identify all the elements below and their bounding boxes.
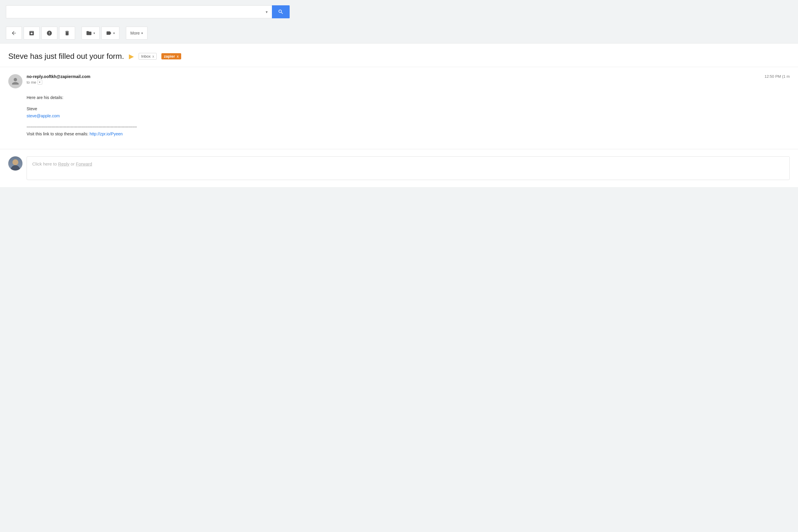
forward-link[interactable]: Forward [76, 162, 92, 166]
search-button[interactable] [272, 5, 290, 18]
email-subject-bar: Steve has just filled out your form. ▶ I… [0, 43, 798, 67]
zapier-label[interactable]: zapier x [162, 53, 181, 59]
sender-name: no-reply.ooftkh@zapiermail.com [26, 74, 91, 79]
contact-email-link[interactable]: steve@apple.com [26, 114, 60, 118]
search-dropdown-icon: ▾ [266, 10, 268, 14]
delete-icon [64, 30, 70, 36]
to-me-dropdown[interactable]: ▾ [38, 80, 42, 84]
unsubscribe-text: Visit this link to stop these emails: [26, 132, 88, 136]
search-input[interactable] [6, 5, 261, 18]
archive-icon [28, 30, 35, 36]
search-bar-area: ▾ [0, 0, 798, 24]
email-divider-line: ----------------------------------------… [26, 124, 790, 138]
reply-area: Click here to Reply or Forward [0, 149, 798, 187]
sender-info: no-reply.ooftkh@zapiermail.com to me ▾ [8, 74, 91, 88]
to-me: to me ▾ [26, 80, 91, 84]
back-icon [11, 30, 17, 36]
star-icon[interactable]: ▶ [129, 53, 134, 60]
reply-box[interactable]: Click here to Reply or Forward [26, 156, 790, 180]
or-text: or [70, 162, 76, 166]
search-dropdown-button[interactable]: ▾ [261, 5, 272, 18]
user-avatar-image [8, 156, 22, 171]
spam-button[interactable] [41, 26, 57, 40]
inbox-label[interactable]: Inbox x [139, 53, 157, 60]
move-to-button[interactable]: ▾ [81, 26, 100, 40]
zapier-label-close[interactable]: x [177, 54, 179, 58]
sender-details: no-reply.ooftkh@zapiermail.com to me ▾ [26, 74, 91, 84]
search-bar-wrapper: ▾ [6, 5, 290, 18]
zapier-label-text: zapier [164, 54, 175, 58]
label-icon [106, 30, 112, 36]
user-avatar [8, 156, 22, 171]
email-body: Here are his details: Steve steve@apple.… [8, 94, 790, 138]
folder-icon [86, 30, 92, 36]
contact-info: Steve steve@apple.com [26, 106, 790, 120]
back-button[interactable] [6, 26, 22, 40]
reply-placeholder-text: Click here to [32, 162, 58, 166]
search-icon [278, 9, 284, 15]
unsubscribe-link[interactable]: http://zpr.io/Pyeen [90, 132, 123, 136]
delete-button[interactable] [59, 26, 75, 40]
archive-button[interactable] [24, 26, 40, 40]
more-button[interactable]: More ▾ [126, 26, 148, 40]
reply-link[interactable]: Reply [58, 162, 70, 166]
sender-avatar [8, 74, 22, 88]
contact-name: Steve [26, 107, 37, 111]
body-intro: Here are his details: [26, 94, 790, 101]
label-dropdown-icon: ▾ [113, 31, 115, 35]
email-timestamp: 12:50 PM (1 m [765, 74, 790, 79]
person-icon [11, 77, 19, 86]
email-message: no-reply.ooftkh@zapiermail.com to me ▾ 1… [0, 67, 798, 149]
email-toolbar: ▾ ▾ More ▾ [0, 24, 798, 43]
inbox-label-close[interactable]: x [152, 54, 154, 58]
inbox-label-text: Inbox [141, 54, 151, 58]
spam-icon [46, 30, 52, 36]
more-label: More [130, 31, 140, 36]
folder-dropdown-icon: ▾ [93, 31, 95, 35]
label-button[interactable]: ▾ [101, 26, 119, 40]
email-header-row: no-reply.ooftkh@zapiermail.com to me ▾ 1… [8, 74, 790, 88]
email-subject: Steve has just filled out your form. [8, 52, 124, 61]
to-me-text: to me [26, 80, 36, 84]
email-container: Steve has just filled out your form. ▶ I… [0, 43, 798, 187]
divider-text: ----------------------------------------… [26, 125, 137, 129]
more-dropdown-icon: ▾ [141, 31, 143, 35]
